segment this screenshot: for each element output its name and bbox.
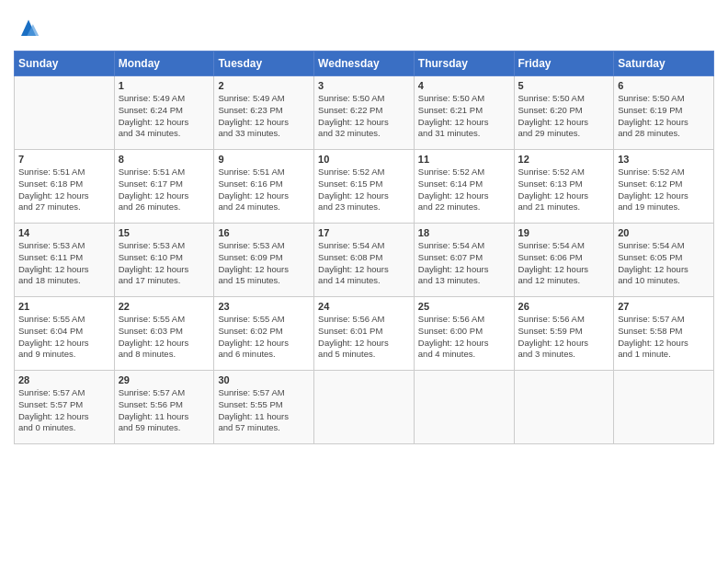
calendar-cell: 13Sunrise: 5:52 AM Sunset: 6:12 PM Dayli… [614, 150, 714, 224]
calendar-cell: 15Sunrise: 5:53 AM Sunset: 6:10 PM Dayli… [114, 224, 214, 297]
calendar-week-row: 14Sunrise: 5:53 AM Sunset: 6:11 PM Dayli… [15, 224, 714, 297]
day-content: Sunrise: 5:51 AM Sunset: 6:17 PM Dayligh… [119, 167, 210, 213]
day-content: Sunrise: 5:55 AM Sunset: 6:03 PM Dayligh… [119, 314, 210, 361]
day-content: Sunrise: 5:53 AM Sunset: 6:11 PM Dayligh… [18, 240, 110, 287]
calendar-cell: 11Sunrise: 5:52 AM Sunset: 6:14 PM Dayli… [414, 150, 514, 224]
day-number: 24 [318, 301, 410, 312]
calendar-cell: 1Sunrise: 5:49 AM Sunset: 6:24 PM Daylig… [114, 76, 214, 150]
day-content: Sunrise: 5:52 AM Sunset: 6:13 PM Dayligh… [518, 167, 610, 213]
day-number: 11 [418, 154, 510, 165]
calendar-cell: 21Sunrise: 5:55 AM Sunset: 6:04 PM Dayli… [15, 297, 115, 371]
day-number: 22 [119, 301, 210, 312]
day-content: Sunrise: 5:57 AM Sunset: 5:56 PM Dayligh… [119, 387, 210, 434]
calendar-cell: 8Sunrise: 5:51 AM Sunset: 6:17 PM Daylig… [114, 150, 214, 224]
calendar-cell [414, 371, 514, 444]
calendar-cell: 7Sunrise: 5:51 AM Sunset: 6:18 PM Daylig… [15, 150, 115, 224]
day-number: 26 [518, 301, 610, 312]
day-content: Sunrise: 5:54 AM Sunset: 6:06 PM Dayligh… [518, 240, 610, 287]
day-content: Sunrise: 5:54 AM Sunset: 6:08 PM Dayligh… [318, 240, 410, 287]
calendar-cell: 16Sunrise: 5:53 AM Sunset: 6:09 PM Dayli… [214, 224, 314, 297]
day-number: 23 [218, 301, 310, 312]
weekday-header-saturday: Saturday [614, 52, 714, 76]
calendar-cell: 20Sunrise: 5:54 AM Sunset: 6:05 PM Dayli… [614, 224, 714, 297]
day-content: Sunrise: 5:51 AM Sunset: 6:18 PM Dayligh… [18, 167, 110, 213]
calendar-cell [514, 371, 614, 444]
day-number: 21 [18, 301, 110, 312]
calendar-cell [614, 371, 714, 444]
day-content: Sunrise: 5:52 AM Sunset: 6:12 PM Dayligh… [618, 167, 710, 213]
day-content: Sunrise: 5:53 AM Sunset: 6:09 PM Dayligh… [218, 240, 310, 287]
day-content: Sunrise: 5:51 AM Sunset: 6:16 PM Dayligh… [218, 167, 310, 213]
day-content: Sunrise: 5:50 AM Sunset: 6:19 PM Dayligh… [618, 93, 710, 140]
calendar-cell: 5Sunrise: 5:50 AM Sunset: 6:20 PM Daylig… [514, 76, 614, 150]
day-number: 12 [518, 154, 610, 165]
day-number: 27 [618, 301, 710, 312]
logo [14, 14, 47, 43]
day-number: 10 [318, 154, 410, 165]
day-number: 6 [618, 80, 710, 91]
day-content: Sunrise: 5:54 AM Sunset: 6:07 PM Dayligh… [418, 240, 510, 287]
weekday-header-thursday: Thursday [414, 52, 514, 76]
weekday-header-friday: Friday [514, 52, 614, 76]
calendar-cell [314, 371, 415, 444]
day-number: 3 [318, 80, 410, 91]
calendar-cell: 14Sunrise: 5:53 AM Sunset: 6:11 PM Dayli… [15, 224, 115, 297]
day-content: Sunrise: 5:56 AM Sunset: 5:59 PM Dayligh… [518, 314, 610, 361]
day-content: Sunrise: 5:57 AM Sunset: 5:55 PM Dayligh… [218, 387, 310, 434]
calendar-week-row: 7Sunrise: 5:51 AM Sunset: 6:18 PM Daylig… [15, 150, 714, 224]
day-number: 7 [18, 154, 110, 165]
day-content: Sunrise: 5:55 AM Sunset: 6:02 PM Dayligh… [218, 314, 310, 361]
calendar-cell: 18Sunrise: 5:54 AM Sunset: 6:07 PM Dayli… [414, 224, 514, 297]
day-content: Sunrise: 5:50 AM Sunset: 6:22 PM Dayligh… [318, 93, 410, 140]
weekday-header-wednesday: Wednesday [314, 52, 415, 76]
calendar-table: SundayMondayTuesdayWednesdayThursdayFrid… [14, 51, 714, 444]
calendar-cell: 23Sunrise: 5:55 AM Sunset: 6:02 PM Dayli… [214, 297, 314, 371]
day-content: Sunrise: 5:50 AM Sunset: 6:20 PM Dayligh… [518, 93, 610, 140]
day-number: 17 [318, 227, 410, 238]
calendar-cell: 17Sunrise: 5:54 AM Sunset: 6:08 PM Dayli… [314, 224, 415, 297]
calendar-cell: 19Sunrise: 5:54 AM Sunset: 6:06 PM Dayli… [514, 224, 614, 297]
day-content: Sunrise: 5:52 AM Sunset: 6:14 PM Dayligh… [418, 167, 510, 213]
day-content: Sunrise: 5:52 AM Sunset: 6:15 PM Dayligh… [318, 167, 410, 213]
calendar-cell: 29Sunrise: 5:57 AM Sunset: 5:56 PM Dayli… [114, 371, 214, 444]
logo-icon [14, 14, 43, 43]
day-number: 30 [218, 374, 310, 385]
day-number: 18 [418, 227, 510, 238]
calendar-cell: 10Sunrise: 5:52 AM Sunset: 6:15 PM Dayli… [314, 150, 415, 224]
calendar-cell: 24Sunrise: 5:56 AM Sunset: 6:01 PM Dayli… [314, 297, 415, 371]
day-number: 13 [618, 154, 710, 165]
day-number: 15 [119, 227, 210, 238]
day-number: 9 [218, 154, 310, 165]
day-number: 29 [119, 374, 210, 385]
calendar-cell: 3Sunrise: 5:50 AM Sunset: 6:22 PM Daylig… [314, 76, 415, 150]
calendar-cell: 27Sunrise: 5:57 AM Sunset: 5:58 PM Dayli… [614, 297, 714, 371]
calendar-cell: 25Sunrise: 5:56 AM Sunset: 6:00 PM Dayli… [414, 297, 514, 371]
day-content: Sunrise: 5:49 AM Sunset: 6:23 PM Dayligh… [218, 93, 310, 140]
day-content: Sunrise: 5:55 AM Sunset: 6:04 PM Dayligh… [18, 314, 110, 361]
calendar-cell: 26Sunrise: 5:56 AM Sunset: 5:59 PM Dayli… [514, 297, 614, 371]
calendar-week-row: 21Sunrise: 5:55 AM Sunset: 6:04 PM Dayli… [15, 297, 714, 371]
weekday-header-sunday: Sunday [15, 52, 115, 76]
day-content: Sunrise: 5:57 AM Sunset: 5:57 PM Dayligh… [18, 387, 110, 434]
calendar-cell: 4Sunrise: 5:50 AM Sunset: 6:21 PM Daylig… [414, 76, 514, 150]
calendar-cell [15, 76, 115, 150]
day-content: Sunrise: 5:53 AM Sunset: 6:10 PM Dayligh… [119, 240, 210, 287]
day-number: 25 [418, 301, 510, 312]
calendar-cell: 2Sunrise: 5:49 AM Sunset: 6:23 PM Daylig… [214, 76, 314, 150]
day-number: 2 [218, 80, 310, 91]
page-header [14, 9, 714, 43]
calendar-cell: 30Sunrise: 5:57 AM Sunset: 5:55 PM Dayli… [214, 371, 314, 444]
weekday-header-monday: Monday [114, 52, 214, 76]
calendar-cell: 28Sunrise: 5:57 AM Sunset: 5:57 PM Dayli… [15, 371, 115, 444]
day-number: 1 [119, 80, 210, 91]
calendar-cell: 22Sunrise: 5:55 AM Sunset: 6:03 PM Dayli… [114, 297, 214, 371]
calendar-week-row: 28Sunrise: 5:57 AM Sunset: 5:57 PM Dayli… [15, 371, 714, 444]
day-number: 16 [218, 227, 310, 238]
day-content: Sunrise: 5:49 AM Sunset: 6:24 PM Dayligh… [119, 93, 210, 140]
day-content: Sunrise: 5:56 AM Sunset: 6:01 PM Dayligh… [318, 314, 410, 361]
day-content: Sunrise: 5:54 AM Sunset: 6:05 PM Dayligh… [618, 240, 710, 287]
calendar-cell: 12Sunrise: 5:52 AM Sunset: 6:13 PM Dayli… [514, 150, 614, 224]
day-number: 14 [18, 227, 110, 238]
calendar-cell: 9Sunrise: 5:51 AM Sunset: 6:16 PM Daylig… [214, 150, 314, 224]
day-number: 28 [18, 374, 110, 385]
